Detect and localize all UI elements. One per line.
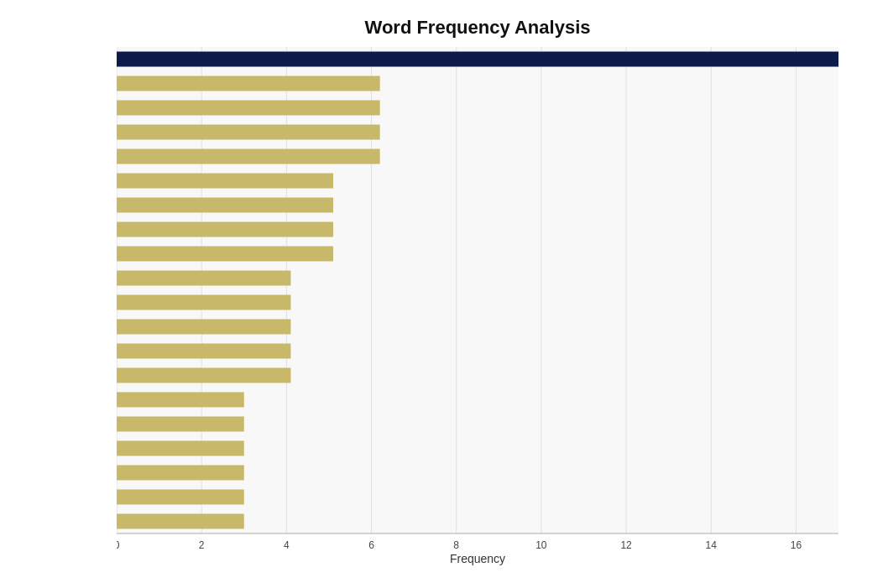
svg-text:10: 10 — [535, 539, 547, 551]
svg-text:8: 8 — [453, 539, 459, 551]
svg-rect-17 — [117, 222, 333, 237]
svg-rect-12 — [117, 101, 380, 116]
svg-rect-19 — [117, 271, 290, 286]
svg-text:6: 6 — [368, 539, 374, 551]
svg-rect-14 — [117, 149, 380, 164]
chart-title: Word Frequency Analysis — [101, 17, 854, 39]
svg-rect-28 — [117, 490, 244, 505]
svg-rect-11 — [117, 76, 380, 91]
svg-rect-26 — [117, 441, 244, 456]
svg-rect-25 — [117, 417, 244, 432]
bar-chart: githubflawenterpriseservercveaddressauth… — [117, 47, 838, 567]
svg-rect-10 — [117, 52, 838, 67]
svg-rect-0 — [117, 47, 838, 533]
svg-rect-29 — [117, 514, 244, 529]
svg-rect-27 — [117, 466, 244, 481]
svg-rect-18 — [117, 247, 333, 262]
svg-rect-23 — [117, 368, 290, 383]
svg-rect-22 — [117, 344, 290, 359]
svg-rect-21 — [117, 320, 290, 335]
svg-text:16: 16 — [791, 539, 802, 551]
svg-text:12: 12 — [620, 539, 632, 551]
svg-rect-15 — [117, 174, 333, 189]
svg-text:4: 4 — [284, 539, 290, 551]
chart-container: Word Frequency Analysis githubflawenterp… — [0, 0, 888, 588]
svg-rect-13 — [117, 125, 380, 140]
svg-rect-16 — [117, 198, 333, 213]
svg-rect-20 — [117, 295, 290, 310]
svg-rect-24 — [117, 393, 244, 408]
chart-wrapper: githubflawenterpriseservercveaddressauth… — [117, 47, 838, 570]
svg-text:14: 14 — [706, 539, 718, 551]
x-axis-label: Frequency — [450, 552, 505, 565]
svg-text:2: 2 — [199, 539, 205, 551]
svg-text:0: 0 — [117, 539, 120, 551]
